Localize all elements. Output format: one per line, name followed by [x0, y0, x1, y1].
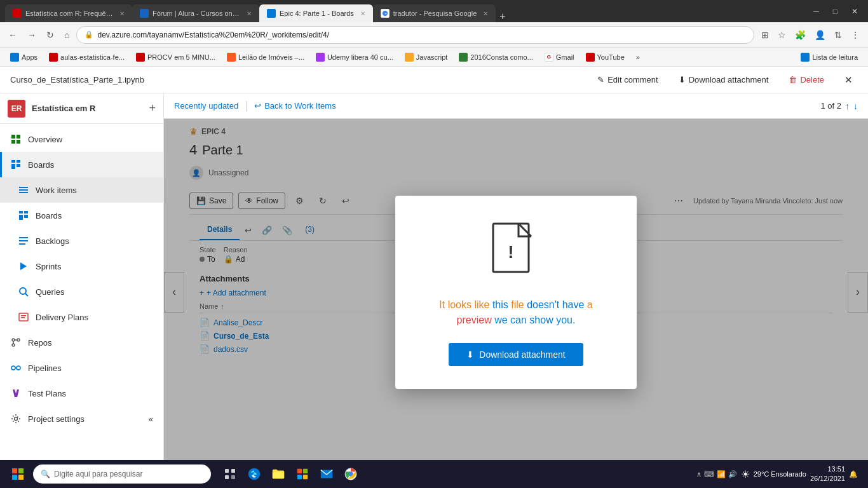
bookmark-aulas[interactable]: aulas-estatistica-fe...	[44, 51, 130, 64]
favorites-icon[interactable]: ☆	[775, 27, 789, 43]
tab-close-4[interactable]: ✕	[483, 10, 488, 17]
sidebar-item-testplans[interactable]: Test Plans	[0, 381, 163, 406]
network-icon[interactable]: 📶	[717, 470, 726, 478]
back-button[interactable]: ←	[5, 27, 20, 43]
taskbar-mail[interactable]	[315, 463, 338, 485]
taskbar: 🔍 Digite aqui para pesquisar	[0, 460, 868, 488]
bookmark-gmail[interactable]: G Gmail	[539, 51, 580, 64]
close-file-button[interactable]: ✕	[839, 72, 858, 88]
sidebar-label-settings: Project settings	[28, 414, 85, 424]
sidebar-item-sprints[interactable]: Sprints	[0, 254, 163, 279]
settings-icon[interactable]: ⋮	[848, 27, 863, 43]
bookmark-apps[interactable]: Apps	[5, 51, 43, 64]
sidebar-item-backlogs[interactable]: Backlogs	[0, 228, 163, 254]
extensions-icon[interactable]: ⊞	[758, 27, 772, 43]
tab-close-1[interactable]: ✕	[119, 10, 125, 17]
browser-tab-4[interactable]: tradutor - Pesquisa Google ✕	[373, 4, 496, 22]
sidebar-item-overview[interactable]: Overview	[0, 126, 163, 152]
time-display: 13:51	[810, 464, 845, 474]
start-button[interactable]	[5, 464, 31, 484]
nav-down-arrow[interactable]: ↓	[853, 101, 858, 111]
browser-tab-2[interactable]: Fórum | Alura - Cursos online de... ✕	[132, 4, 259, 22]
bookmark-leilao[interactable]: Leilão de Imóveis –...	[222, 51, 309, 64]
volume-icon[interactable]: 🔊	[728, 470, 737, 478]
main-layout: ER Estatística em R + Overview	[0, 93, 868, 465]
svg-rect-43	[231, 475, 235, 479]
back-to-work-items[interactable]: ↩ Back to Work Items	[254, 101, 336, 111]
svg-rect-41	[231, 469, 235, 473]
sidebar-item-pipelines[interactable]: Pipelines	[0, 355, 163, 381]
repos-icon	[10, 337, 22, 348]
bookmark-more[interactable]: »	[631, 51, 645, 63]
reload-button[interactable]: ↻	[43, 27, 57, 43]
puzzle-icon[interactable]: 🧩	[792, 27, 809, 43]
delivery-icon	[18, 311, 29, 323]
taskbar-task-view[interactable]	[219, 463, 241, 485]
bookmark-procv[interactable]: PROCV em 5 MINU...	[131, 51, 220, 64]
taskbar-edge[interactable]	[243, 463, 266, 485]
bookmark-youtube[interactable]: YouTube	[581, 51, 630, 64]
msg-word-show: show	[529, 315, 556, 325]
svg-point-31	[17, 366, 20, 370]
notification-icon[interactable]: 🔔	[849, 470, 858, 478]
bookmark-udemy[interactable]: Udemy libera 40 cu...	[311, 51, 398, 64]
maximize-button[interactable]: □	[828, 6, 843, 17]
close-button[interactable]: ✕	[846, 6, 863, 17]
browser-tab-3[interactable]: Epic 4: Parte 1 - Boards ✕	[259, 4, 373, 22]
svg-rect-11	[19, 192, 28, 193]
sync-icon[interactable]: ⇅	[831, 27, 845, 43]
collapse-icon[interactable]: «	[149, 414, 153, 424]
address-bar[interactable]: 🔒 dev.azure.com/tayanamv/Estatistica%20e…	[76, 26, 754, 44]
nav-up-arrow[interactable]: ↑	[845, 101, 850, 111]
msg-word-we: we	[494, 315, 510, 325]
browser-window-controls: ─ □ ✕	[808, 6, 863, 17]
forward-button[interactable]: →	[24, 27, 39, 43]
new-tab-button[interactable]: +	[496, 11, 509, 22]
tab-close-3[interactable]: ✕	[360, 10, 365, 17]
minimize-button[interactable]: ─	[808, 6, 824, 17]
system-clock[interactable]: 13:51 26/12/2021	[810, 464, 845, 484]
bookmark-javascript[interactable]: Javascript	[400, 51, 453, 64]
bookmark-favicon-udemy	[316, 53, 325, 62]
bookmark-favicon-gmail: G	[545, 53, 553, 62]
file-actions: ✎ Edit comment ⬇ Download attachment 🗑 D…	[592, 72, 858, 88]
taskbar-chrome[interactable]	[339, 463, 362, 485]
sidebar-item-settings[interactable]: Project settings «	[0, 406, 163, 431]
download-attachment-label: Download attachment	[689, 75, 769, 85]
search-icon: 🔍	[41, 470, 50, 478]
bookmark-2016[interactable]: 2016Consta como...	[454, 51, 538, 64]
svg-line-21	[25, 294, 28, 296]
delete-button[interactable]: 🗑 Delete	[783, 72, 829, 87]
svg-rect-9	[19, 187, 28, 188]
svg-rect-14	[19, 215, 23, 220]
boards-sub-icon	[18, 210, 29, 221]
taskbar-apps	[219, 463, 362, 485]
nav-counter: 1 of 2 ↑ ↓	[820, 101, 858, 111]
bookmark-favicon-aulas	[49, 53, 58, 62]
bookmarks-bar: Apps aulas-estatistica-fe... PROCV em 5 …	[0, 48, 868, 67]
edit-comment-button[interactable]: ✎ Edit comment	[592, 72, 663, 87]
tab-close-2[interactable]: ✕	[247, 10, 252, 17]
sidebar-item-boards-sub[interactable]: Boards	[0, 203, 163, 228]
svg-rect-39	[18, 475, 24, 480]
recently-updated-link[interactable]: Recently updated	[174, 101, 238, 111]
modal-download-button[interactable]: ⬇ Download attachment	[449, 343, 583, 366]
taskbar-file-explorer[interactable]	[267, 463, 290, 485]
sidebar-label-boards-sub: Boards	[36, 211, 62, 220]
sidebar-item-queries[interactable]: Queries	[0, 279, 163, 304]
taskbar-search-box[interactable]: 🔍 Digite aqui para pesquisar	[33, 464, 211, 484]
download-attachment-button[interactable]: ⬇ Download attachment	[674, 72, 774, 87]
sidebar-item-boards-header[interactable]: Boards	[0, 152, 163, 177]
sidebar-item-workitems[interactable]: Work items	[0, 177, 163, 203]
sidebar-item-delivery[interactable]: Delivery Plans	[0, 304, 163, 330]
chevron-up-icon[interactable]: ∧	[696, 470, 702, 478]
profile-icon[interactable]: 👤	[811, 27, 829, 43]
project-add-button[interactable]: +	[149, 102, 156, 115]
sidebar-label-workitems: Work items	[36, 186, 77, 195]
taskbar-store[interactable]	[291, 463, 314, 485]
bookmark-reading-list[interactable]: Lista de leitura	[796, 51, 863, 64]
sidebar-item-repos[interactable]: Repos	[0, 330, 163, 355]
browser-tab-1[interactable]: Estatística com R: Frequências e... ✕	[5, 4, 132, 22]
taskbar-system-tray: ∧ ⌨ 📶 🔊 ☀ 29°C Ensolarado 13:51 26/12/20…	[696, 464, 863, 484]
home-button[interactable]: ⌂	[61, 27, 72, 43]
